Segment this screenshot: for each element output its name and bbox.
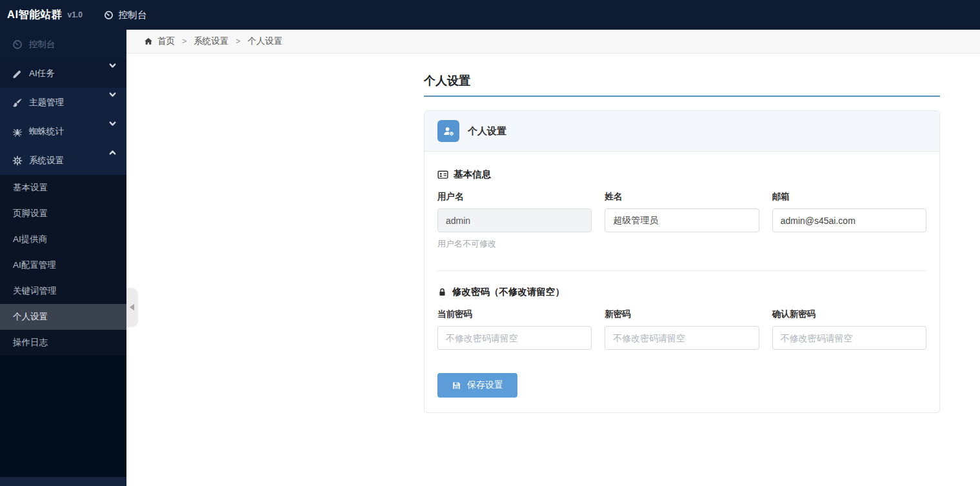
sidebar-item-theme-mgmt[interactable]: 主题管理	[0, 88, 126, 117]
tachometer-icon	[104, 10, 114, 20]
brand-title: AI智能站群	[7, 8, 63, 22]
pencil-icon	[12, 68, 23, 79]
user-gear-icon	[437, 120, 459, 142]
floppy-disk-icon	[452, 381, 461, 390]
gear-icon	[12, 156, 23, 166]
sidebar-item-system-settings[interactable]: 系统设置	[0, 146, 126, 175]
sidebar-item-ai-tasks[interactable]: AI任务	[0, 59, 126, 88]
nav-console-label: 控制台	[119, 9, 147, 21]
name-input[interactable]	[605, 208, 759, 232]
breadcrumb: 首页 > 系统设置 > 个人设置	[126, 30, 980, 54]
sidebar-subitem-personal-settings[interactable]: 个人设置	[0, 304, 126, 330]
change-password-heading: 修改密码（不修改请留空）	[437, 286, 926, 298]
page-title: 个人设置	[424, 73, 940, 97]
breadcrumb-current: 个人设置	[248, 35, 283, 47]
confirm-password-label: 确认新密码	[772, 309, 926, 320]
current-password-field-group: 当前密码	[437, 298, 592, 350]
brand-version: v1.0	[68, 10, 83, 19]
sidebar-item-label: 主题管理	[29, 97, 64, 108]
sidebar-item-label: AI任务	[29, 68, 55, 79]
breadcrumb-home[interactable]: 首页	[144, 35, 175, 47]
chevron-down-icon	[108, 61, 117, 70]
sidebar-item-label: 控制台	[29, 39, 55, 50]
current-password-label: 当前密码	[437, 309, 592, 320]
new-password-field-group: 新密码	[605, 298, 759, 350]
personal-settings-card: 个人设置 基本信息 用户名 用户名不可修改	[424, 110, 940, 413]
tachometer-icon	[12, 39, 23, 50]
breadcrumb-separator: >	[182, 37, 186, 46]
home-icon	[144, 37, 153, 46]
card-header-title: 个人设置	[468, 125, 506, 137]
username-label: 用户名	[437, 191, 592, 203]
password-row: 当前密码 新密码 确认新密码	[437, 298, 926, 350]
sidebar-subitem-keyword-mgmt[interactable]: 关键词管理	[0, 278, 126, 304]
save-settings-button[interactable]: 保存设置	[437, 373, 517, 398]
chevron-down-icon	[108, 90, 117, 99]
spider-icon	[12, 127, 23, 137]
lock-icon	[437, 287, 447, 297]
chevron-up-icon	[108, 148, 117, 157]
breadcrumb-section-label: 系统设置	[194, 35, 228, 47]
page-root: AI智能站群 v1.0 控制台 控制台 AI任务	[0, 0, 980, 486]
sidebar-subitem-operation-log[interactable]: 操作日志	[0, 330, 126, 356]
id-card-icon	[437, 169, 448, 180]
sidebar-item-label: 系统设置	[29, 155, 64, 167]
sidebar-subitem-footer-settings[interactable]: 页脚设置	[0, 201, 126, 227]
sidebar-item-label: 蜘蛛统计	[29, 126, 64, 137]
triangle-left-icon	[130, 304, 134, 310]
current-password-input[interactable]	[437, 326, 592, 350]
sidebar-subitem-basic-settings[interactable]: 基本设置	[0, 175, 126, 201]
main-block: 个人设置 个人设置 基本信息	[424, 73, 940, 413]
sidebar-subitem-label: 操作日志	[13, 337, 48, 349]
sidebar-item-spider-stats[interactable]: 蜘蛛统计	[0, 117, 126, 146]
sidebar-bottom-strip	[0, 477, 126, 486]
sidebar-subitem-label: 关键词管理	[13, 285, 57, 297]
email-field-group: 邮箱	[772, 181, 926, 250]
card-body: 基本信息 用户名 用户名不可修改 姓名 邮箱	[425, 152, 939, 412]
sidebar-subitem-ai-provider[interactable]: AI提供商	[0, 227, 126, 252]
breadcrumb-section[interactable]: 系统设置	[194, 35, 228, 47]
name-field-group: 姓名	[605, 181, 759, 250]
new-password-input[interactable]	[605, 326, 759, 350]
username-input	[437, 208, 592, 232]
system-settings-submenu: 基本设置 页脚设置 AI提供商 AI配置管理 关键词管理 个人设置 操作日志	[0, 175, 126, 356]
new-password-label: 新密码	[605, 309, 759, 320]
username-field-group: 用户名 用户名不可修改	[437, 181, 592, 250]
basic-info-row: 用户名 用户名不可修改 姓名 邮箱	[437, 181, 926, 250]
sidebar-collapse-handle[interactable]	[126, 288, 137, 327]
basic-info-heading: 基本信息	[437, 168, 926, 181]
breadcrumb-home-label: 首页	[157, 35, 175, 47]
confirm-password-input[interactable]	[772, 326, 926, 350]
card-header: 个人设置	[425, 111, 939, 152]
sidebar-item-console[interactable]: 控制台	[0, 30, 126, 59]
email-input[interactable]	[772, 208, 926, 232]
nav-item-console[interactable]: 控制台	[104, 9, 147, 21]
content-area: 首页 > 系统设置 > 个人设置 个人设置 个人设置	[126, 30, 980, 486]
sidebar-subitem-label: AI提供商	[13, 234, 47, 245]
confirm-password-field-group: 确认新密码	[772, 298, 926, 350]
sidebar-subitem-label: 个人设置	[13, 311, 48, 323]
basic-info-heading-label: 基本信息	[454, 168, 491, 181]
email-label: 邮箱	[772, 191, 926, 203]
sidebar-subitem-label: 基本设置	[13, 182, 48, 194]
username-hint: 用户名不可修改	[437, 238, 592, 250]
breadcrumb-separator: >	[235, 37, 240, 46]
sidebar-subitem-label: AI配置管理	[13, 259, 56, 271]
change-password-heading-label: 修改密码（不修改请留空）	[452, 286, 565, 298]
save-settings-label: 保存设置	[467, 380, 503, 391]
sidebar-subitem-label: 页脚设置	[13, 208, 48, 219]
top-navbar: AI智能站群 v1.0 控制台	[0, 0, 980, 30]
sidebar-subitem-ai-config[interactable]: AI配置管理	[0, 252, 126, 278]
brush-icon	[12, 97, 23, 108]
name-label: 姓名	[605, 191, 759, 203]
section-divider	[437, 270, 926, 271]
sidebar: 控制台 AI任务 主题管理 蜘蛛统计	[0, 30, 126, 486]
sidebar-filler	[0, 356, 126, 477]
chevron-down-icon	[108, 119, 117, 128]
